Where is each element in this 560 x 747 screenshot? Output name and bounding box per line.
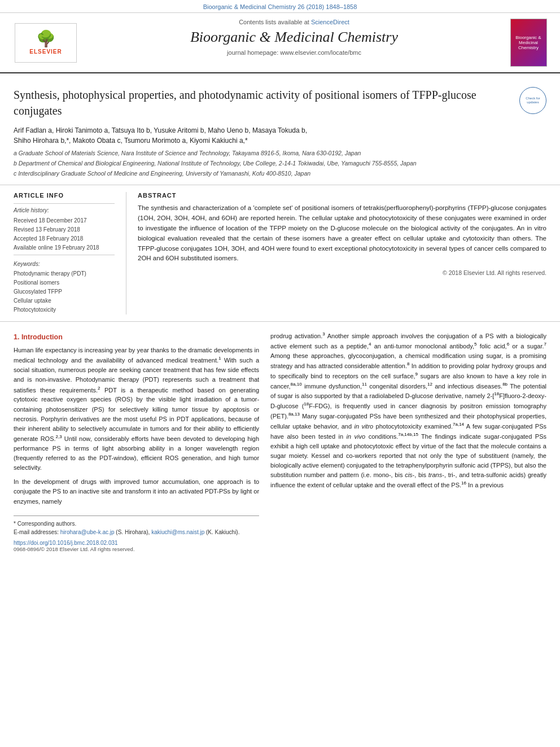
affiliation-c: c Interdisciplinary Graduate School of M… <box>14 169 514 178</box>
authors-line1: Arif Fadlan a, Hiroki Tanimoto a, Tatsuy… <box>14 126 514 134</box>
keyword-5: Photocytotoxicity <box>14 305 115 314</box>
body-right-column: prodrug activation.3 Another simple appr… <box>269 331 546 552</box>
article-title: Synthesis, photophysical properties, and… <box>14 87 514 119</box>
available-date: Available online 19 February 2018 <box>14 243 115 252</box>
revised-date: Revised 13 February 2018 <box>14 225 115 234</box>
sciencedirect-anchor[interactable]: ScienceDirect <box>311 19 349 25</box>
journal-cover-image: Bioorganic & Medicinal Chemistry <box>510 19 547 67</box>
publisher-logo: 🌳 ELSEVIER <box>9 19 82 67</box>
introduction-heading: 1. Introduction <box>14 333 259 341</box>
check-for-updates-badge[interactable]: Check for updates <box>519 87 546 114</box>
issn-text: 0968-0896/© 2018 Elsevier Ltd. All right… <box>14 546 259 552</box>
article-info-heading: ARTICLE INFO <box>14 192 115 199</box>
abstract-text: The synthesis and characterization of a … <box>138 203 546 264</box>
copyright-line: © 2018 Elsevier Ltd. All rights reserved… <box>138 269 546 276</box>
history-label: Article history: <box>14 206 115 215</box>
journal-header: 🌳 ELSEVIER Contents lists available at S… <box>0 13 560 73</box>
abstract-heading: ABSTRACT <box>138 192 546 199</box>
tree-icon: 🌳 <box>36 31 56 47</box>
right-para1: prodrug activation.3 Another simple appr… <box>270 331 546 490</box>
received-date: Received 18 December 2017 <box>14 216 115 225</box>
elsevier-logo-box: 🌳 ELSEVIER <box>15 23 77 63</box>
email-kakiuchi[interactable]: kakiuchi@ms.naist.jp <box>151 529 204 535</box>
email-label: E-mail addresses: <box>14 529 60 535</box>
article-info-abstract-section: ARTICLE INFO Article history: Received 1… <box>0 185 560 322</box>
accepted-date: Accepted 18 February 2018 <box>14 234 115 243</box>
corresponding-authors-note: * Corresponding authors. <box>14 519 259 528</box>
elsevier-brand: ELSEVIER <box>29 49 62 55</box>
affiliation-a: a Graduate School of Materials Science, … <box>14 149 514 158</box>
intro-para2: In the development of drugs with improve… <box>14 477 259 506</box>
abstract-panel: ABSTRACT The synthesis and characterizat… <box>126 192 546 314</box>
journal-homepage: journal homepage: www.elsevier.com/locat… <box>94 49 495 56</box>
email-hirohara[interactable]: hirohara@ube-k.ac.jp <box>60 529 115 535</box>
body-left-column: 1. Introduction Human life expectancy is… <box>14 331 269 552</box>
journal-cover: Bioorganic & Medicinal Chemistry <box>506 19 551 67</box>
doi-section: https://doi.org/10.1016/j.bmc.2018.02.03… <box>14 540 259 552</box>
affiliations: a Graduate School of Materials Science, … <box>14 149 514 178</box>
keyword-3: Glucosylated TFPP <box>14 287 115 296</box>
email-addresses: E-mail addresses: hirohara@ube-k.ac.jp (… <box>14 528 259 536</box>
keyword-2: Positional isomers <box>14 278 115 287</box>
authors-line2: Shiho Hirohara b,*, Makoto Obata c, Tsum… <box>14 137 514 145</box>
keywords-label: Keywords: <box>14 261 115 267</box>
intro-para1: Human life expectancy is increasing year… <box>14 346 259 473</box>
journal-title: Bioorganic & Medicinal Chemistry <box>94 29 495 46</box>
article-info-panel: ARTICLE INFO Article history: Received 1… <box>14 192 126 314</box>
affiliation-b: b Department of Chemical and Biological … <box>14 159 514 168</box>
doi-link[interactable]: https://doi.org/10.1016/j.bmc.2018.02.03… <box>14 540 259 546</box>
keyword-4: Cellular uptake <box>14 296 115 305</box>
sciencedirect-link[interactable]: Contents lists available at ScienceDirec… <box>94 19 495 25</box>
article-dates: Article history: Received 18 December 20… <box>14 203 115 255</box>
article-title-section: Synthesis, photophysical properties, and… <box>0 73 560 185</box>
keyword-1: Photodynamic therapy (PDT) <box>14 269 115 278</box>
footnote-section: * Corresponding authors. E-mail addresse… <box>14 516 259 552</box>
journal-header-center: Contents lists available at ScienceDirec… <box>82 19 506 67</box>
body-section: 1. Introduction Human life expectancy is… <box>0 322 560 563</box>
keywords-section: Keywords: Photodynamic therapy (PDT) Pos… <box>14 261 115 314</box>
journal-reference: Bioorganic & Medicinal Chemistry 26 (201… <box>0 0 560 13</box>
